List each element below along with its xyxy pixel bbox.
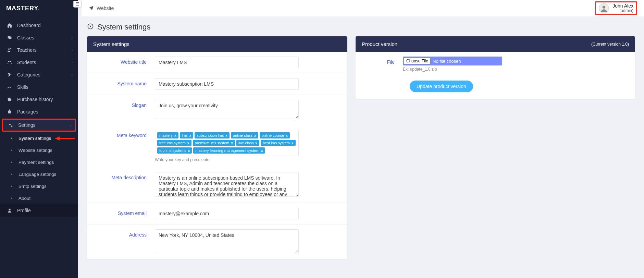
- nav-settings[interactable]: Settings ⌄: [3, 120, 75, 131]
- website-link[interactable]: Website: [88, 5, 114, 12]
- meta-keyword-tag: masteryx: [157, 132, 178, 138]
- meta-keyword-tag: mastery learning management systemx: [193, 147, 265, 154]
- nav-label: Packages: [17, 109, 38, 114]
- meta-keyword-tag: live classx: [236, 140, 259, 146]
- svg-point-4: [8, 76, 9, 77]
- tag-remove-icon[interactable]: x: [225, 134, 227, 137]
- product-version-card: Product version (Current version 1.0) Fi…: [356, 36, 635, 99]
- nav-dashboard[interactable]: Dashboard: [0, 19, 78, 32]
- system-settings-card: System settings Website title System nam…: [87, 36, 347, 259]
- meta-keyword-tagbox[interactable]: masteryxlmsxsubscription lmsxonline clas…: [155, 130, 299, 156]
- teachers-icon: [5, 47, 14, 53]
- input-meta-description[interactable]: Mastery is an online subscription-based …: [155, 172, 299, 197]
- nav-classes[interactable]: Classes ›: [0, 32, 78, 44]
- user-info: John Alex (admin): [612, 3, 633, 13]
- tag-remove-icon[interactable]: x: [231, 141, 233, 145]
- classes-icon: [5, 35, 14, 40]
- bullet-icon: •: [11, 148, 14, 153]
- card-header-title: Product version: [362, 41, 397, 47]
- tag-text: mastery learning management system: [195, 148, 259, 153]
- packages-icon: [5, 109, 14, 114]
- sub-website-settings[interactable]: •Website settings: [0, 144, 78, 156]
- settings-submenu: • System settings •Website settings •Pay…: [0, 132, 78, 204]
- tag-remove-icon[interactable]: x: [187, 141, 189, 145]
- topbar: Website John Alex (admin): [82, 0, 644, 16]
- nav-list: Dashboard Classes › Teachers › Students …: [0, 16, 78, 217]
- meta-keyword-tag: lmsx: [180, 132, 194, 138]
- card-header-title: System settings: [93, 41, 129, 47]
- choose-file-button[interactable]: Choose File: [404, 58, 431, 64]
- nav-packages[interactable]: Packages: [0, 106, 78, 118]
- tag-remove-icon[interactable]: x: [261, 149, 263, 153]
- input-system-name[interactable]: [155, 78, 299, 90]
- arrow-circle-icon: [87, 23, 94, 32]
- main-area: Website John Alex (admin) System setting…: [78, 0, 644, 278]
- label-meta-description: Meta description: [93, 172, 155, 180]
- sub-label: Website settings: [18, 148, 52, 153]
- tag-text: subscription lms: [197, 133, 224, 137]
- sub-system-settings[interactable]: • System settings: [0, 132, 78, 144]
- label-file: File: [362, 57, 403, 65]
- nav-profile[interactable]: Profile: [0, 204, 78, 217]
- update-product-version-button[interactable]: Update product version: [410, 81, 473, 92]
- bullet-icon: •: [11, 172, 14, 177]
- sub-smtp-settings[interactable]: •Smtp settings: [0, 180, 78, 192]
- tag-text: lms: [182, 133, 188, 137]
- hamburger-toggle-icon[interactable]: ☰: [73, 1, 82, 8]
- paper-plane-icon: [88, 5, 94, 12]
- file-input-wrap[interactable]: Choose File No file chosen: [403, 57, 502, 65]
- nav-label: Classes: [17, 35, 34, 40]
- bullet-icon: •: [11, 160, 14, 165]
- nav-label: Skills: [17, 84, 28, 90]
- nav-skills[interactable]: Skills: [0, 81, 78, 93]
- user-menu[interactable]: John Alex (admin): [595, 1, 637, 15]
- brand-name: MASTERY: [6, 5, 38, 12]
- tag-remove-icon[interactable]: x: [286, 134, 288, 137]
- input-address[interactable]: New York, NY 10004, United States: [155, 229, 299, 253]
- sub-about[interactable]: •About: [0, 192, 78, 204]
- label-address: Address: [93, 229, 155, 238]
- tag-remove-icon[interactable]: x: [256, 141, 258, 145]
- sub-label: Smtp settings: [18, 184, 47, 189]
- input-system-email[interactable]: [155, 208, 299, 219]
- nav-teachers[interactable]: Teachers ›: [0, 44, 78, 56]
- history-icon: [5, 97, 14, 102]
- tag-remove-icon[interactable]: x: [254, 134, 256, 137]
- brand-logo: MASTERY.: [0, 0, 78, 16]
- tag-remove-icon[interactable]: x: [292, 141, 294, 145]
- input-slogan[interactable]: Join us, grow your creativity.: [155, 100, 299, 119]
- bullet-icon: •: [11, 196, 14, 201]
- label-slogan: Slogan: [93, 100, 155, 108]
- highlight-settings: Settings ⌄: [2, 119, 76, 132]
- sub-label: System settings: [18, 136, 51, 141]
- svg-point-2: [10, 61, 11, 62]
- tag-remove-icon[interactable]: x: [188, 149, 190, 153]
- svg-point-7: [11, 125, 12, 127]
- card-header: Product version (Current version 1.0): [356, 36, 635, 52]
- svg-point-3: [8, 73, 9, 74]
- nav-categories[interactable]: Categories ›: [0, 69, 78, 81]
- sub-language-settings[interactable]: •Language settings: [0, 168, 78, 180]
- file-example-text: Ex: update_1.0.zip: [403, 67, 629, 72]
- nav-students[interactable]: Students ›: [0, 56, 78, 69]
- label-meta-keyword: Meta keyword: [93, 130, 155, 138]
- bullet-icon: •: [11, 184, 14, 189]
- svg-point-5: [11, 74, 12, 75]
- svg-point-6: [9, 124, 11, 125]
- tag-text: premium lms system: [195, 141, 230, 145]
- label-system-name: System name: [93, 78, 155, 86]
- tag-remove-icon[interactable]: x: [189, 134, 191, 137]
- skills-icon: [5, 84, 14, 90]
- tag-text: live class: [238, 141, 254, 145]
- categories-icon: [5, 72, 14, 77]
- nav-label: Students: [17, 60, 36, 65]
- sub-payment-settings[interactable]: •Payment settings: [0, 156, 78, 168]
- sub-label: Payment settings: [18, 160, 54, 165]
- input-website-title[interactable]: [155, 57, 299, 68]
- chevron-right-icon: ›: [72, 73, 73, 77]
- nav-purchase-history[interactable]: Purchase history: [0, 93, 78, 106]
- avatar: [599, 3, 609, 13]
- meta-keyword-tag: premium lms systemx: [193, 140, 235, 146]
- svg-point-1: [8, 61, 9, 62]
- tag-remove-icon[interactable]: x: [174, 134, 176, 137]
